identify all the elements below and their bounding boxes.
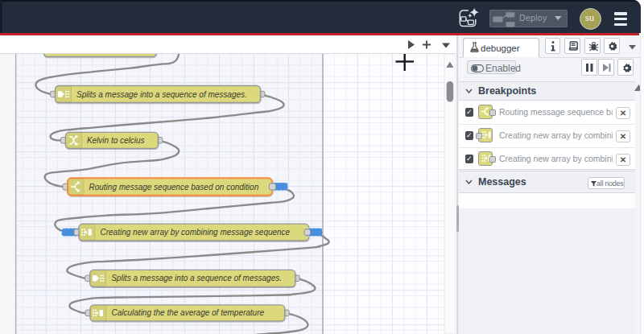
svg-text:Kelvin to celcius: Kelvin to celcius	[87, 136, 145, 145]
svg-text:Splits a message into a sequen: Splits a message into a sequence of mess…	[76, 90, 247, 99]
svg-text:Routing message sequence based: Routing message sequence based on condit…	[89, 183, 259, 192]
svg-text:Calculating the the average of: Calculating the the average of temperatu…	[112, 308, 265, 317]
svg-text:Creating new array by combinin: Creating new array by combining message …	[101, 228, 291, 237]
svg-text:Splits a message into a sequen: Splits a message into a sequence of mess…	[111, 274, 282, 282]
